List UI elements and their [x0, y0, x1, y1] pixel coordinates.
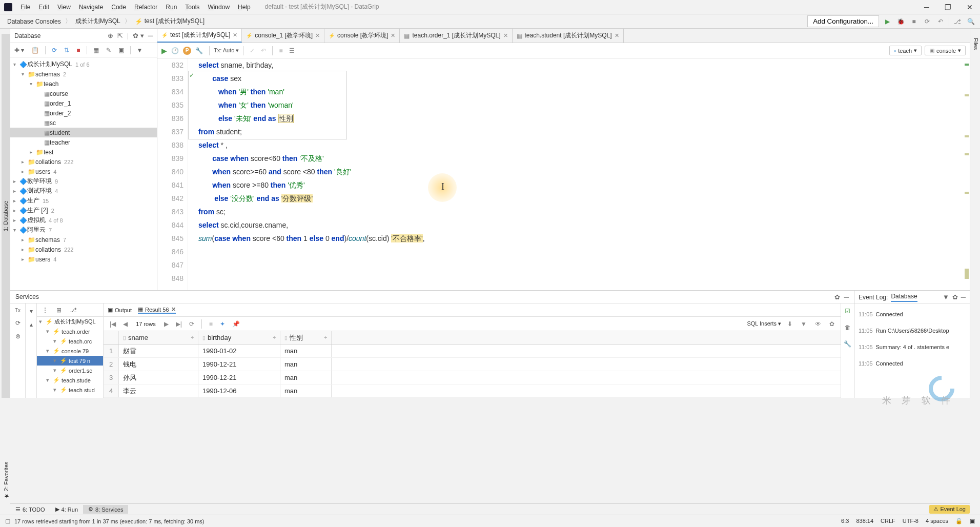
service-tree-item[interactable]: ▾⚡order1.sc [37, 366, 103, 375]
collapse-icon[interactable]: ▴ [29, 320, 34, 329]
tree-item[interactable]: ▾🔷成长计划MySQL1 of 6 [10, 59, 157, 69]
close-icon[interactable]: ✕ [391, 32, 395, 39]
favorites-tab[interactable]: ★ 2: Favorites [2, 452, 10, 503]
settings-icon[interactable]: ✿ ▾ [133, 32, 144, 39]
output-tab[interactable]: ▣ Output [108, 307, 132, 313]
wrench-icon[interactable]: 🔧 [193, 46, 205, 55]
result-tab[interactable]: ▦ Result 56 ✕ [138, 306, 175, 314]
hide-icon[interactable]: ─ [148, 32, 153, 39]
view-icon[interactable]: 👁 [813, 319, 823, 329]
commit-button[interactable]: ✓ [248, 46, 257, 55]
menu-refactor[interactable]: Refactor [130, 2, 161, 13]
grid-icon[interactable]: ⊞ [55, 306, 63, 315]
add-configuration-button[interactable]: Add Configuration... [807, 15, 879, 27]
overflow-icon[interactable]: ⋮ [41, 306, 49, 315]
service-tree-item[interactable]: ▾⚡teach.stude [37, 375, 103, 385]
settings-icon[interactable]: ✿ [952, 293, 958, 301]
tree-icon[interactable]: ⎇ [69, 306, 78, 315]
todo-tab[interactable]: ☰ 6: TODO [10, 505, 50, 514]
add-row-button[interactable]: ✦ [218, 319, 227, 329]
sql-inserts-dropdown[interactable]: SQL Inserts ▾ [747, 320, 781, 327]
service-tree-item[interactable]: ▾⚡test 79 n [37, 356, 103, 366]
service-tree-item[interactable]: ▾⚡teach stud [37, 385, 103, 395]
run-tab[interactable]: ▶ 4: Run [50, 505, 83, 514]
database-tab[interactable]: 1: Database [2, 34, 10, 398]
tree-item[interactable]: ▸📁collations222 [10, 245, 157, 254]
search-icon[interactable]: 🔍 [966, 16, 976, 27]
sync-button[interactable]: ⇅ [63, 46, 70, 55]
refresh-button[interactable]: ⟳ [51, 46, 58, 55]
tree-item[interactable]: ▾🔷阿里云7 [10, 225, 157, 235]
minimize-button[interactable]: ─ [921, 2, 932, 12]
tree-item[interactable]: ▦teacher [10, 137, 157, 147]
menu-edit[interactable]: Edit [34, 2, 53, 13]
reload-button[interactable]: ⟳ [187, 319, 196, 329]
menu-help[interactable]: Help [234, 2, 255, 13]
result-table[interactable]: ▯sname÷ ▯birthday÷ ▯性别÷ 1赵雷1990-01-02man… [104, 331, 841, 398]
editor-tab[interactable]: ▦teach.order_1 [成长计划MySQL]✕ [400, 29, 512, 43]
run-icon[interactable]: ▶ [882, 16, 892, 27]
breadcrumb-item[interactable]: Database Consoles [4, 17, 64, 26]
notify-icon[interactable]: ▣ [970, 518, 975, 524]
tree-item[interactable]: ▸🔷生产15 [10, 196, 157, 206]
clear-icon[interactable]: ⊗ [14, 332, 22, 341]
cancel-button[interactable]: ■ [277, 46, 284, 55]
last-page-button[interactable]: ▶| [174, 319, 184, 329]
code-editor[interactable]: 8328338348358368378388398408418428438448… [157, 58, 970, 290]
pin-badge[interactable]: P [183, 47, 191, 55]
breadcrumb-item[interactable]: ⚡test [成长计划MySQL] [132, 16, 208, 27]
tree-item[interactable]: ▸📁test [10, 147, 157, 157]
console-selector[interactable]: ▣console ▾ [925, 46, 966, 55]
table-row[interactable]: 1赵雷1990-01-02man [104, 344, 841, 358]
check-icon[interactable]: ☑ [844, 307, 851, 316]
prev-page-button[interactable]: ◀ [121, 319, 130, 329]
tx-mode[interactable]: Tx: Auto ▾ [214, 47, 239, 54]
execute-button[interactable]: ▶ [161, 47, 167, 55]
update-icon[interactable]: ⟳ [922, 16, 932, 27]
editor-tab[interactable]: ⚡test [成长计划MySQL]✕ [157, 29, 242, 43]
close-icon[interactable]: ✕ [615, 32, 619, 39]
next-page-button[interactable]: ▶ [162, 319, 171, 329]
console-button[interactable]: ▣ [117, 46, 125, 55]
tree-item[interactable]: ▸📁users4 [10, 254, 157, 264]
menu-file[interactable]: File [16, 2, 34, 13]
close-icon[interactable]: ✕ [233, 32, 237, 38]
menu-window[interactable]: Window [203, 2, 234, 13]
edit-button[interactable]: ✎ [105, 46, 112, 55]
editor-tab[interactable]: ⚡console [教学环境]✕ [324, 29, 400, 43]
tree-item[interactable]: ▸📁schemas7 [10, 235, 157, 245]
history-button[interactable]: 🕐 [169, 46, 181, 55]
tree-item[interactable]: ▸🔷测试环境4 [10, 186, 157, 196]
stop2-button[interactable]: ■ [207, 319, 215, 329]
editor-tab[interactable]: ▦teach.student [成长计划MySQL]✕ [513, 29, 624, 43]
tree-item[interactable]: ▸🔷虚拟机4 of 8 [10, 215, 157, 225]
gear-icon[interactable]: ✿ [827, 319, 836, 329]
editor-tab[interactable]: ⚡console_1 [教学环境]✕ [242, 29, 324, 43]
tree-item[interactable]: ▦order_2 [10, 108, 157, 118]
rollback-icon[interactable]: ↶ [935, 16, 946, 27]
explain-button[interactable]: ☰ [287, 46, 297, 55]
target-icon[interactable]: ⊕ [108, 32, 113, 39]
hide-icon[interactable]: ─ [844, 293, 849, 301]
tree-item[interactable]: ▸📁users4 [10, 167, 157, 176]
breadcrumb-item[interactable]: 成长计划MySQL [72, 16, 124, 27]
wrench2-icon[interactable]: 🔧 [843, 339, 852, 349]
tree-item[interactable]: ▸🔷教学环境9 [10, 176, 157, 186]
expand-icon[interactable]: ▾ [29, 307, 34, 316]
tree-item[interactable]: ▾📁schemas2 [10, 69, 157, 79]
menu-tools[interactable]: Tools [181, 2, 203, 13]
event-log-scope[interactable]: Database [891, 293, 917, 302]
table-row[interactable]: 3孙风1990-12-21man [104, 371, 841, 384]
service-tree-item[interactable]: ▾⚡teach.orc [37, 336, 103, 346]
menu-code[interactable]: Code [107, 2, 130, 13]
pin-button[interactable]: 📌 [230, 319, 242, 329]
database-tree[interactable]: ▾🔷成长计划MySQL1 of 6▾📁schemas2▾📁teach▦cours… [10, 57, 157, 290]
tree-item[interactable]: ▦student [10, 128, 157, 137]
menu-navigate[interactable]: Navigate [75, 2, 107, 13]
close-icon[interactable]: ✕ [503, 32, 508, 39]
service-tree-item[interactable]: ▾⚡console 79 [37, 346, 103, 356]
table-button[interactable]: ▦ [92, 46, 100, 55]
indent[interactable]: 4 spaces [926, 518, 948, 524]
services-tab[interactable]: ⚙ 8: Services [83, 505, 128, 514]
service-tree-item[interactable]: ▾⚡teach.order [37, 327, 103, 336]
